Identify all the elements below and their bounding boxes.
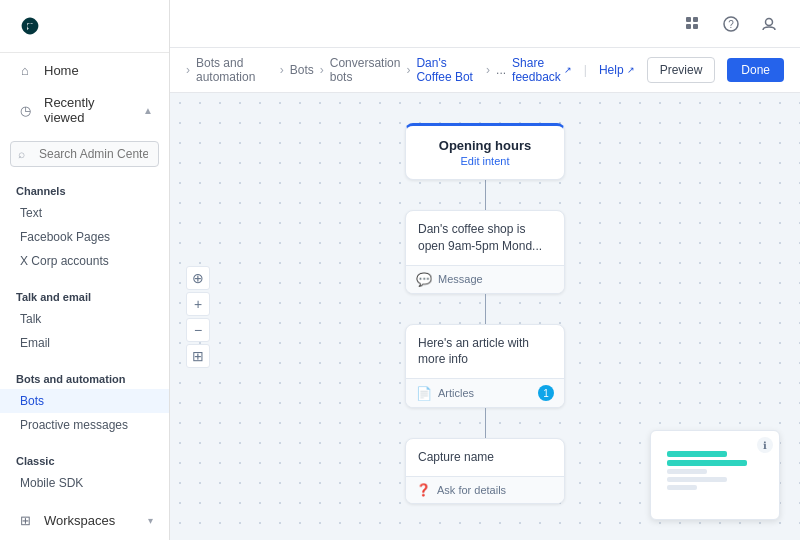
clock-icon: ◷: [16, 101, 34, 119]
zoom-out-button[interactable]: −: [186, 318, 210, 342]
message-footer-2: 📄 Articles 1: [406, 378, 564, 407]
bots-automation-section-label: Bots and automation: [0, 363, 169, 389]
breadcrumb-sep-3: ›: [406, 63, 410, 77]
sidebar-item-talk[interactable]: Talk: [0, 307, 169, 331]
sidebar-recently-viewed-label: Recently viewed: [44, 95, 133, 125]
breadcrumb-bots-automation[interactable]: Bots and automation: [196, 56, 274, 84]
message-text-1: Dan's coffee shop is open 9am-5pm Mond..…: [406, 211, 564, 265]
share-feedback-label: Share feedback: [512, 56, 561, 84]
classic-section-label: Classic: [0, 445, 169, 471]
connector-2: [485, 294, 486, 324]
talk-email-section-label: Talk and email: [0, 281, 169, 307]
message-node-1[interactable]: Dan's coffee shop is open 9am-5pm Mond..…: [405, 210, 565, 294]
user-icon: [761, 16, 777, 32]
edit-intent-link[interactable]: Edit intent: [420, 155, 550, 167]
breadcrumb-more[interactable]: ...: [496, 63, 506, 77]
channels-section-label: Channels: [0, 175, 169, 201]
workspaces-icon: ⊞: [16, 511, 34, 529]
breadcrumb-conversation-bots[interactable]: Conversation bots: [330, 56, 401, 84]
connector-1: [485, 180, 486, 210]
minimap-bars: [659, 451, 771, 490]
capture-name-footer: ❓ Ask for details: [406, 476, 564, 503]
minimap-bar-4: [667, 477, 727, 482]
help-icon: ?: [723, 16, 739, 32]
message-label-2: Articles: [438, 387, 474, 399]
chevron-down-icon: ▾: [148, 515, 153, 526]
canvas-zoom-controls: ⊕ + − ⊞: [186, 266, 210, 368]
sidebar-item-workspaces[interactable]: ⊞ Workspaces ▾: [0, 503, 169, 537]
help-link[interactable]: Help ↗: [599, 63, 635, 77]
opening-hours-node[interactable]: Opening hours Edit intent: [405, 123, 565, 180]
grid-icon: [685, 16, 701, 32]
breadcrumb-sep-2: ›: [320, 63, 324, 77]
bot-flow-canvas[interactable]: ⊕ + − ⊞ Opening hours Edit intent Dan's …: [170, 93, 800, 540]
header-icons: ?: [678, 9, 784, 39]
sidebar-item-text[interactable]: Text: [0, 201, 169, 225]
svg-rect-0: [686, 17, 691, 22]
workspaces-label: Workspaces: [44, 513, 138, 528]
home-icon: ⌂: [16, 61, 34, 79]
svg-rect-2: [686, 24, 691, 29]
minimap: ℹ: [650, 430, 780, 520]
breadcrumb-arrow: ›: [186, 63, 190, 77]
sidebar: ⌂ Home ◷ Recently viewed ▲ ⌕ Channels Te…: [0, 0, 170, 540]
sidebar-home-label: Home: [44, 63, 153, 78]
svg-rect-1: [693, 17, 698, 22]
external-link-icon: ↗: [564, 65, 572, 75]
help-label: Help: [599, 63, 624, 77]
help-external-icon: ↗: [627, 65, 635, 75]
minimap-info-icon[interactable]: ℹ: [757, 437, 773, 453]
articles-icon: 📄: [416, 386, 432, 401]
message-text-2: Here's an article with more info: [406, 325, 564, 379]
sidebar-logo: [0, 0, 169, 53]
articles-badge: 1: [538, 385, 554, 401]
separator-1: |: [584, 63, 587, 77]
user-icon-button[interactable]: [754, 9, 784, 39]
minimap-bar-5: [667, 485, 697, 490]
main-content: ? › Bots and automation › Bots › Convers…: [170, 0, 800, 540]
sidebar-item-x-corp-accounts[interactable]: X Corp accounts: [0, 249, 169, 273]
sidebar-item-email[interactable]: Email: [0, 331, 169, 355]
ask-details-icon: ❓: [416, 483, 431, 497]
sidebar-item-recently-viewed[interactable]: ◷ Recently viewed ▲: [0, 87, 169, 133]
sidebar-search-container: ⌕: [0, 133, 169, 175]
sidebar-item-facebook-pages[interactable]: Facebook Pages: [0, 225, 169, 249]
message-footer-1: 💬 Message: [406, 265, 564, 293]
sidebar-item-home[interactable]: ⌂ Home: [0, 53, 169, 87]
minimap-bar-3: [667, 469, 707, 474]
breadcrumb-bar: › Bots and automation › Bots › Conversat…: [170, 48, 800, 93]
zoom-in-button[interactable]: +: [186, 292, 210, 316]
opening-hours-title: Opening hours: [420, 138, 550, 153]
grid-icon-button[interactable]: [678, 9, 708, 39]
top-header: ?: [170, 0, 800, 48]
minimap-bar-1: [667, 451, 727, 457]
message-node-2[interactable]: Here's an article with more info 📄 Artic…: [405, 324, 565, 409]
sidebar-item-bots[interactable]: Bots: [0, 389, 169, 413]
capture-name-node[interactable]: Capture name ❓ Ask for details: [405, 438, 565, 504]
connector-3: [485, 408, 486, 438]
zoom-fit-button[interactable]: ⊕: [186, 266, 210, 290]
breadcrumb-sep-1: ›: [280, 63, 284, 77]
breadcrumb-sep-4: ›: [486, 63, 490, 77]
done-button[interactable]: Done: [727, 58, 784, 82]
breadcrumb-bots[interactable]: Bots: [290, 63, 314, 77]
svg-rect-3: [693, 24, 698, 29]
breadcrumb-actions: Share feedback ↗ | Help ↗ Preview Done: [512, 56, 784, 84]
sidebar-item-mobile-sdk[interactable]: Mobile SDK: [0, 471, 169, 495]
chevron-up-icon: ▲: [143, 105, 153, 116]
help-icon-button[interactable]: ?: [716, 9, 746, 39]
search-input[interactable]: [10, 141, 159, 167]
search-icon: ⌕: [18, 147, 25, 161]
message-icon-1: 💬: [416, 272, 432, 287]
move-button[interactable]: ⊞: [186, 344, 210, 368]
capture-name-label: Ask for details: [437, 484, 506, 496]
minimap-bar-2: [667, 460, 747, 466]
breadcrumb-dans-coffee-bot[interactable]: Dan's Coffee Bot: [416, 56, 480, 84]
message-label-1: Message: [438, 273, 483, 285]
preview-button[interactable]: Preview: [647, 57, 716, 83]
share-feedback-link[interactable]: Share feedback ↗: [512, 56, 572, 84]
svg-point-6: [766, 18, 773, 25]
zendesk-logo-icon: [16, 12, 44, 40]
sidebar-item-proactive-messages[interactable]: Proactive messages: [0, 413, 169, 437]
capture-name-text: Capture name: [406, 439, 564, 476]
